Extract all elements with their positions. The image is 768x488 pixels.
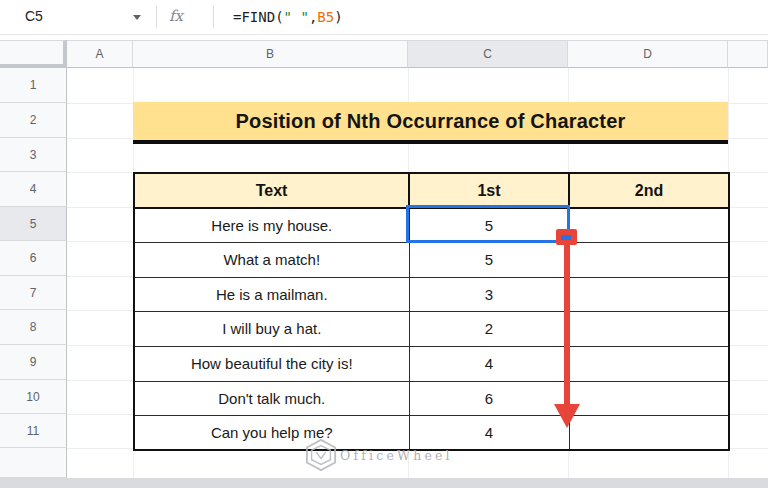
table-cell-text[interactable]: Don't talk much. [134,381,409,415]
row-header-2[interactable]: 2 [0,103,67,138]
table-cell-second[interactable] [569,208,729,242]
arrow-annotation-head [554,404,580,428]
formula-token: , [309,9,317,25]
formula-input[interactable]: =FIND(" ",B5) [233,0,343,34]
table-cell-first[interactable]: 3 [409,277,569,311]
table-cell-second[interactable] [569,311,729,346]
table-cell-text[interactable]: He is a mailman. [134,277,409,311]
row-header-6[interactable]: 6 [0,241,67,276]
fx-icon: fx [169,7,183,25]
spreadsheet-app: C5 fx =FIND(" ",B5) Position of Nth Occu… [0,0,768,488]
row-header-9[interactable]: 9 [0,345,67,380]
title-banner-cell[interactable]: Position of Nth Occurrance of Character [133,102,728,144]
table-cell-second[interactable] [569,242,729,277]
data-table: Text1st2nd Here is my house.5What a matc… [133,172,730,451]
row-header-1[interactable]: 1 [0,68,67,103]
formula-token: =FIND( [233,9,284,25]
row-header-5[interactable]: 5 [0,207,67,241]
table-row: How beautiful the city is!4 [134,346,729,381]
table-cell-text[interactable]: What a match! [134,242,409,277]
title-text: Position of Nth Occurrance of Character [235,110,625,133]
formula-token: ) [334,9,342,25]
table-header-2nd[interactable]: 2nd [569,173,729,208]
table-cell-text[interactable]: Here is my house. [134,208,409,242]
cell-reference: C5 [25,8,43,24]
chevron-down-icon[interactable] [133,15,141,20]
table-row: Don't talk much.6 [134,381,729,415]
row-header-7[interactable]: 7 [0,276,67,310]
column-header-D[interactable]: D [568,40,728,68]
formula-token: B5 [317,9,334,25]
watermark-text: OfficeWheel [340,448,453,463]
fill-handle-dot [561,235,571,240]
select-all-corner[interactable] [0,40,67,68]
table-cell-text[interactable]: I will buy a hat. [134,311,409,346]
table-cell-first[interactable]: 5 [409,208,569,242]
row-header-11[interactable]: 11 [0,414,67,448]
officewheel-logo-icon [305,437,337,473]
table-header-1st[interactable]: 1st [409,173,569,208]
table-header-row: Text1st2nd [134,173,729,208]
column-header-B[interactable]: B [133,40,408,68]
table-cell-second[interactable] [569,381,729,415]
table-cell-second[interactable] [569,346,729,381]
row-header-8[interactable]: 8 [0,310,67,345]
formula-bar: C5 fx =FIND(" ",B5) [0,0,768,35]
table-cell-text[interactable]: How beautiful the city is! [134,346,409,381]
fill-handle[interactable] [556,229,577,245]
formula-token: " " [284,9,309,25]
divider [213,6,214,28]
table-row: He is a mailman.3 [134,277,729,311]
table-cell-first[interactable]: 2 [409,311,569,346]
table-cell-first[interactable]: 5 [409,242,569,277]
bottom-strip [0,478,768,488]
watermark: OfficeWheel [305,437,453,473]
name-box[interactable]: C5 [0,0,150,34]
column-header-overflow[interactable] [728,40,768,68]
table-row: What a match!5 [134,242,729,277]
column-header-A[interactable]: A [67,40,133,68]
table-cell-first[interactable]: 4 [409,346,569,381]
arrow-annotation-shaft [564,245,570,406]
table-cell-second[interactable] [569,277,729,311]
row-header-3[interactable]: 3 [0,138,67,172]
table-cell-first[interactable]: 6 [409,381,569,415]
table-cell-second[interactable] [569,415,729,450]
column-header-C[interactable]: C [408,40,568,68]
table-row: I will buy a hat.2 [134,311,729,346]
row-header-4[interactable]: 4 [0,172,67,207]
table-row: Here is my house.5 [134,208,729,242]
divider [156,6,157,28]
row-header-overflow[interactable] [0,448,67,478]
table-header-text[interactable]: Text [134,173,409,208]
row-header-10[interactable]: 10 [0,380,67,414]
